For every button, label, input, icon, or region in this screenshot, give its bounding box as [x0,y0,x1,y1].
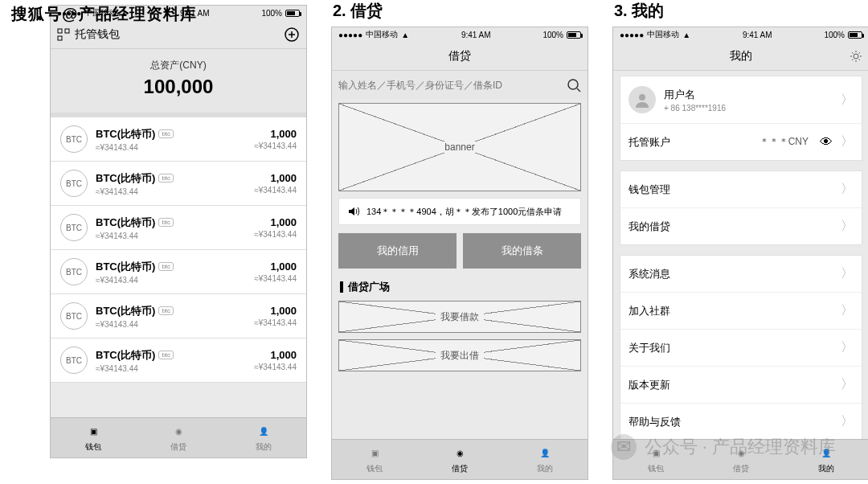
coin-row[interactable]: BTC BTC(比特币)btc ≈¥34143.44 1,000 ≈¥34143… [51,117,306,162]
coin-amount: 1,000 [254,349,297,361]
search-input[interactable] [338,76,562,95]
scan-icon[interactable] [57,28,70,41]
coin-amount: 1,000 [254,305,297,317]
chevron-right-icon: 〉 [841,181,854,198]
coin-amount-rate: ≈¥34143.44 [254,186,297,195]
menu-row[interactable]: 关于我们〉 [620,329,862,366]
svg-point-5 [854,54,858,59]
coin-row[interactable]: BTC BTC(比特币)btc ≈¥34143.44 1,000 ≈¥34143… [51,250,306,294]
menu-row[interactable]: 我的借贷〉 [620,207,862,244]
asset-total: 100,000 [51,76,306,98]
coin-rate: ≈¥34143.44 [96,143,246,152]
svg-rect-1 [65,29,69,33]
phone-lend: ●●●●●中国移动▲ 9:41 AM 100% 借贷 banner 134＊＊＊… [331,27,588,480]
coin-name: BTC(比特币)btc [96,215,246,230]
tab-lend[interactable]: ◉借贷 [417,440,502,479]
search-row [332,71,588,100]
nav-title: 托管钱包 [75,27,120,42]
coin-amount-rate: ≈¥34143.44 [254,363,297,371]
coin-rate: ≈¥34143.44 [96,320,246,329]
nav-title: 我的 [730,49,752,64]
my-credit-button[interactable]: 我的信用 [338,233,457,269]
asset-summary: 总资产(CNY) 100,000 [51,49,306,117]
add-icon[interactable] [284,27,300,43]
lend-icon: ◉ [170,424,186,440]
coin-amount: 1,000 [254,260,297,273]
lend-button[interactable]: 我要出借 [338,339,581,371]
svg-rect-0 [58,29,62,33]
section-title-square: 借贷广场 [332,273,588,297]
banner-placeholder[interactable]: banner [338,103,581,191]
menu-label: 版本更新 [628,378,833,392]
borrow-button[interactable]: 我要借款 [338,301,581,333]
notice-bar[interactable]: 134＊＊＊＊4904，胡＊＊发布了1000元借条申请 [338,198,581,225]
wechat-icon: ✉ [611,434,637,460]
tab-wallet[interactable]: ▣钱包 [332,440,417,479]
profile-row[interactable]: 用户名+ 86 138****1916 〉 [620,76,862,123]
screen3-heading: 3. 我的 [614,0,868,22]
coin-row[interactable]: BTC BTC(比特币)btc ≈¥34143.44 1,000 ≈¥34143… [51,338,306,383]
coin-amount-rate: ≈¥34143.44 [254,274,297,283]
svg-point-4 [568,80,578,89]
user-phone: + 86 138****1916 [664,104,833,113]
tab-lend[interactable]: ◉借贷 [136,418,221,457]
coin-name: BTC(比特币)btc [96,304,246,318]
nav-title: 借贷 [448,49,471,64]
chevron-right-icon: 〉 [841,265,854,282]
coin-row[interactable]: BTC BTC(比特币)btc ≈¥34143.44 1,000 ≈¥34143… [51,162,306,206]
coin-name: BTC(比特币)btc [96,260,246,274]
menu-label: 我的借贷 [628,219,833,234]
coin-badge: BTC [60,347,88,374]
coin-name: BTC(比特币)btc [96,171,246,186]
screen2-heading: 2. 借贷 [333,0,588,22]
coin-amount: 1,000 [254,172,297,184]
wallet-icon: ▣ [85,424,101,440]
coin-amount-rate: ≈¥34143.44 [254,142,297,150]
svg-rect-2 [58,36,62,40]
menu-row[interactable]: 版本更新〉 [620,366,862,403]
menu-label: 系统消息 [628,267,833,281]
chevron-right-icon: 〉 [841,302,854,319]
status-bar: ●●●●●中国移动▲ 9:41 AM 100% [613,27,868,42]
phone-wallet: ●●●●●中国移动▲ 9:41 AM 100% 托管钱包 总资产(CNY) 10… [50,5,307,458]
menu-row[interactable]: 加入社群〉 [620,292,862,329]
coin-row[interactable]: BTC BTC(比特币)btc ≈¥34143.44 1,000 ≈¥34143… [51,294,306,338]
menu-label: 帮助与反馈 [628,415,833,429]
user-name: 用户名 [664,88,833,102]
tab-mine[interactable]: 👤我的 [221,418,306,457]
coin-amount-rate: ≈¥34143.44 [254,230,297,239]
coin-badge: BTC [60,125,88,153]
mine-icon: 👤 [256,424,272,440]
menu-row[interactable]: 系统消息〉 [620,256,862,292]
coin-rate: ≈¥34143.44 [96,276,246,285]
eye-icon[interactable]: 👁 [820,135,833,150]
tab-mine[interactable]: 👤我的 [502,440,588,479]
coin-badge: BTC [60,214,88,241]
chevron-right-icon: 〉 [841,133,854,150]
menu-label: 加入社群 [628,304,833,318]
notice-text: 134＊＊＊＊4904，胡＊＊发布了1000元借条申请 [366,206,562,218]
search-icon[interactable] [567,78,581,92]
avatar [628,86,656,113]
menu-row[interactable]: 钱包管理〉 [620,171,862,207]
coin-badge: BTC [60,170,88,197]
coin-amount-rate: ≈¥34143.44 [254,318,297,327]
escrow-label: 托管账户 [628,135,751,150]
menu-label: 关于我们 [628,341,833,355]
status-bar: ●●●●●中国移动▲ 9:41 AM 100% [332,27,588,42]
chevron-right-icon: 〉 [841,218,854,235]
chevron-right-icon: 〉 [841,376,854,393]
chevron-right-icon: 〉 [841,413,854,430]
gear-icon[interactable] [850,50,862,63]
chevron-right-icon: 〉 [841,92,854,109]
navbar: 借贷 [332,42,588,71]
coin-badge: BTC [60,302,88,330]
navbar: 我的 [613,42,868,71]
coin-row[interactable]: BTC BTC(比特币)btc ≈¥34143.44 1,000 ≈¥34143… [51,206,306,250]
phone-mine: ●●●●●中国移动▲ 9:41 AM 100% 我的 用户名+ 86 138**… [612,27,868,480]
escrow-row[interactable]: 托管账户 ＊＊＊CNY 👁 〉 [620,123,862,160]
tab-wallet[interactable]: ▣钱包 [51,418,136,457]
tab-bar: ▣钱包 ◉借贷 👤我的 [51,417,306,457]
my-iou-button[interactable]: 我的借条 [463,233,581,269]
coin-amount: 1,000 [254,216,297,228]
